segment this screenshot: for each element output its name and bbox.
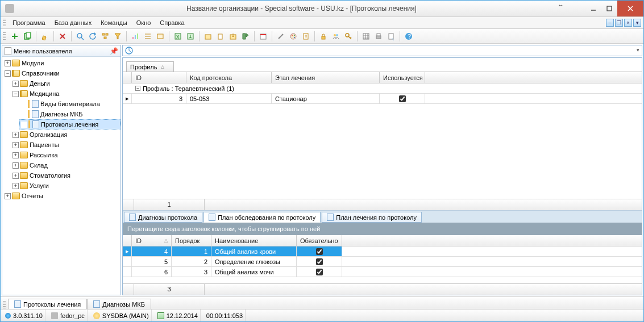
status-user: SYSDBA (MAIN)	[102, 312, 149, 319]
req-checkbox[interactable]	[316, 258, 323, 265]
doc-tab-protocols[interactable]: Протоколы лечения	[8, 299, 87, 309]
tree-patients[interactable]: +Пациенты	[11, 140, 121, 150]
grid-button[interactable]	[360, 31, 372, 42]
svg-point-27	[292, 35, 293, 36]
filter-button[interactable]	[112, 31, 123, 42]
close-button[interactable]	[617, 1, 643, 16]
status-pc: fedor_pc	[60, 312, 85, 319]
col-stage[interactable]: Этап лечения	[272, 72, 380, 83]
svg-rect-12	[135, 35, 136, 39]
maximize-button[interactable]	[601, 1, 617, 16]
menu-window[interactable]: Окно	[132, 17, 156, 28]
preview-button[interactable]	[385, 31, 397, 42]
tab-diagnoses[interactable]: Диагнозы протокола	[124, 212, 202, 223]
dropdown-icon[interactable]: ▾	[637, 47, 639, 53]
tree-biomaterial[interactable]: Виды биоматериала	[19, 99, 121, 109]
tree-protocols[interactable]: Протоколы лечения	[19, 119, 121, 129]
req-checkbox[interactable]	[316, 248, 323, 255]
mdi-close-button[interactable]: ×	[624, 19, 632, 27]
svg-rect-9	[106, 34, 108, 35]
key-button[interactable]	[343, 31, 354, 42]
pager-count-2: 3	[134, 284, 205, 295]
col-required[interactable]: Обязательно	[297, 235, 342, 246]
chart-button[interactable]	[130, 31, 141, 42]
grid1-row-1[interactable]: ▸ 3 05-053 Стационар	[123, 94, 642, 104]
help-button[interactable]: ?	[403, 31, 414, 42]
import-excel-button[interactable]	[185, 31, 196, 42]
doc-tab-mkb[interactable]: Диагнозы МКБ	[87, 299, 151, 309]
tree-mailing[interactable]: +Рассылка	[11, 150, 121, 160]
minimize-button[interactable]	[585, 1, 601, 16]
folder-icon	[12, 60, 20, 66]
exit-button[interactable]	[240, 31, 251, 42]
tree-organization[interactable]: +Организация	[11, 129, 121, 140]
tree-mkb[interactable]: Диагнозы МКБ	[19, 109, 121, 119]
tab-treatment-plan[interactable]: План лечения по протоколу	[322, 212, 422, 223]
mdi-restore-button[interactable]: ❐	[615, 19, 623, 27]
copy-button[interactable]	[22, 31, 33, 42]
grip-icon	[3, 19, 6, 27]
grid2-pager: 3	[123, 283, 642, 295]
col-id-2[interactable]: ID△	[132, 235, 172, 246]
menu-database[interactable]: База данных	[50, 17, 97, 28]
refresh-button[interactable]	[87, 31, 98, 42]
tree-stock[interactable]: +Склад	[11, 160, 121, 170]
clock-icon[interactable]	[125, 47, 133, 55]
note-button[interactable]	[300, 31, 311, 42]
used-checkbox[interactable]	[399, 95, 406, 102]
titlebar: Название организации - Special software …	[1, 1, 643, 16]
pin-icon[interactable]: 📌	[110, 47, 118, 55]
col-used[interactable]: Используется	[380, 72, 425, 83]
lock-button[interactable]	[318, 31, 329, 42]
svg-text:x: x	[176, 33, 180, 40]
calendar-button[interactable]	[257, 31, 269, 42]
col-name[interactable]: Наименование	[211, 235, 297, 246]
app-icon	[5, 4, 14, 13]
tree-money[interactable]: +Деньги	[11, 78, 121, 89]
svg-rect-37	[377, 34, 380, 36]
edit-button[interactable]	[39, 31, 51, 42]
view-tree-button[interactable]	[99, 31, 111, 42]
col-order[interactable]: Порядок	[172, 235, 211, 246]
delete-button[interactable]	[57, 31, 68, 42]
card-button[interactable]	[155, 31, 166, 42]
tree-stomatology[interactable]: +Стоматология	[11, 170, 121, 181]
users-button[interactable]	[330, 31, 342, 42]
grid2-row-2[interactable]: 5 2 Определение глюкозы	[123, 257, 642, 267]
req-checkbox[interactable]	[316, 269, 323, 275]
tools-button[interactable]	[275, 31, 286, 42]
menu-program[interactable]: Программа	[8, 17, 50, 28]
palette-button[interactable]	[288, 31, 299, 42]
statusbar: 3.0.311.10 fedor_pc SYSDBA (MAIN) 12.12.…	[1, 309, 643, 321]
search-button[interactable]	[74, 31, 86, 42]
list-button[interactable]	[142, 31, 153, 42]
tree-reports[interactable]: +Отчеты	[3, 191, 121, 201]
col-id[interactable]: ID	[132, 72, 186, 83]
tree-references[interactable]: −Справочники	[3, 68, 121, 78]
export-excel-button[interactable]: x	[172, 31, 184, 42]
print-button[interactable]	[373, 31, 384, 42]
svg-rect-36	[376, 36, 381, 39]
mdi-dropdown-button[interactable]: ▾	[633, 19, 641, 27]
copy-doc-button[interactable]	[215, 31, 226, 42]
svg-point-26	[290, 34, 296, 39]
pager-count: 1	[134, 199, 205, 210]
grid2-row-1[interactable]: ▸ 4 1 Общий анализ крови	[123, 246, 642, 257]
tree-modules[interactable]: +Модули	[3, 58, 121, 68]
app-window: Название организации - Special software …	[0, 0, 644, 322]
group-row[interactable]: −Профиль : Терапевтический (1)	[123, 83, 642, 94]
export-button[interactable]	[227, 31, 239, 42]
tab-exam-plan[interactable]: План обследования по протоколу	[203, 212, 321, 223]
tree-services[interactable]: +Услуги	[11, 181, 121, 191]
mdi-minimize-button[interactable]: –	[606, 19, 614, 27]
folder-button[interactable]	[202, 31, 214, 42]
svg-rect-5	[26, 32, 31, 38]
menu-help[interactable]: Справка	[155, 17, 189, 28]
add-button[interactable]	[9, 31, 20, 42]
menu-commands[interactable]: Команды	[96, 17, 132, 28]
tree-medicine[interactable]: −Медицина	[11, 89, 121, 99]
grip-icon	[3, 32, 6, 40]
col-code[interactable]: Код протокола	[186, 72, 272, 83]
group-by-panel[interactable]: Профиль△	[126, 61, 174, 72]
grid2-row-3[interactable]: 6 3 Общий анализ мочи	[123, 267, 642, 277]
